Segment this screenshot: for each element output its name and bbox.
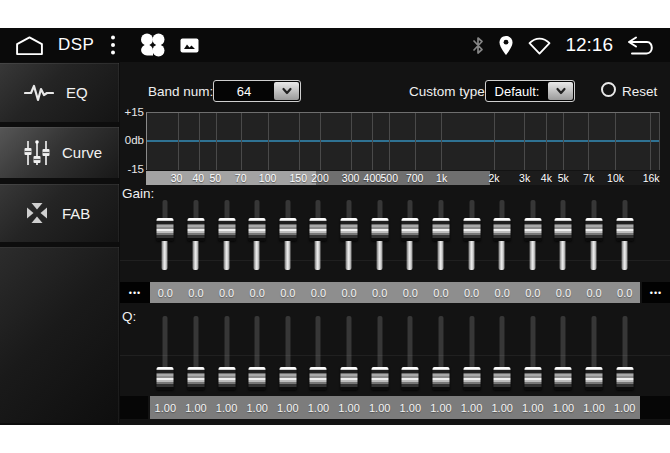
grid-line [546,113,547,170]
gain-value: 0.0 [456,287,487,299]
back-return-icon[interactable] [626,35,656,56]
q-slider-handle[interactable] [463,367,480,390]
q-slider[interactable] [524,316,541,390]
gain-slider-handle[interactable] [432,218,449,241]
gain-slider-handle[interactable] [187,218,204,241]
q-slider[interactable] [249,316,266,390]
q-slider-handle[interactable] [310,367,327,390]
q-slider[interactable] [616,316,633,390]
q-slider[interactable] [494,316,511,390]
q-slider-track [592,316,597,367]
q-slider-slot [548,316,579,390]
gain-slider-track [315,241,321,270]
gain-slider-handle[interactable] [249,218,266,241]
gain-section-label: Gain: [122,186,154,201]
freq-tick-label: 2k [488,172,499,184]
location-pin-icon [498,35,514,56]
gain-slider-handle[interactable] [616,218,633,241]
q-slider[interactable] [218,316,235,390]
q-slider[interactable] [586,316,603,390]
freq-tick-label: 3k [519,172,530,184]
freq-tick-label: 5k [558,172,569,184]
q-slider[interactable] [463,316,480,390]
grid-line [415,113,416,170]
q-slider-handle[interactable] [157,367,174,390]
q-value: 1.00 [395,402,426,414]
gain-slider-handle[interactable] [371,218,388,241]
freq-tick-label: 1k [436,172,447,184]
grid-line [588,113,589,170]
sidebar-item-eq[interactable]: EQ [0,63,119,122]
gain-slider-handle[interactable] [586,218,603,241]
gallery-icon[interactable] [180,38,199,53]
q-slider[interactable] [341,316,358,390]
y-axis-label: -15 [110,163,144,175]
q-row-left-cap [120,396,148,419]
q-slider[interactable] [432,316,449,390]
q-slider[interactable] [310,316,327,390]
q-slider-handle[interactable] [249,367,266,390]
gain-slider-handle[interactable] [157,218,174,241]
sidebar: EQ Curve [0,62,120,425]
q-value: 1.00 [609,402,640,414]
divider [120,260,670,261]
home-icon[interactable] [14,35,45,56]
grid-line [320,113,321,170]
q-slider-handle[interactable] [279,367,296,390]
freq-tick-label: 400 [364,172,382,184]
gain-slider-handle[interactable] [555,218,572,241]
gain-scroll-right-button[interactable]: ••• [642,282,670,303]
freq-tick-label: 7k [583,172,594,184]
custom-type-dropdown[interactable]: Default: [485,80,575,102]
freq-tick-label: 30 [171,172,183,184]
freq-tick-label: 40 [193,172,205,184]
y-axis-label: +15 [110,106,144,118]
q-slider-handle[interactable] [341,367,358,390]
sidebar-item-fab[interactable]: FAB [0,184,119,242]
gain-slider-handle[interactable] [463,218,480,241]
gain-slider-handle[interactable] [524,218,541,241]
gain-slider-track [437,241,443,270]
q-slider-handle[interactable] [616,367,633,390]
gain-slider-track [346,241,352,270]
gain-value: 0.0 [364,287,395,299]
sidebar-item-curve[interactable]: Curve [0,127,119,178]
q-slider[interactable] [187,316,204,390]
reset-radio-button[interactable] [601,82,616,97]
q-slider-handle[interactable] [494,367,511,390]
q-slider-handle[interactable] [555,367,572,390]
grid-line [524,113,525,170]
grid-line [372,113,373,170]
chevron-down-icon[interactable] [548,82,573,100]
gain-slider-handle[interactable] [341,218,358,241]
gain-slider-handle[interactable] [279,218,296,241]
faders-icon [24,139,50,167]
chevron-down-icon[interactable] [274,82,299,100]
band-num-dropdown[interactable]: 64 [213,80,301,102]
q-slider-handle[interactable] [218,367,235,390]
gain-slider-handle[interactable] [402,218,419,241]
gain-scroll-left-button[interactable]: ••• [120,282,150,303]
fab-arrows-icon [24,200,50,226]
overflow-menu-icon[interactable] [109,34,117,56]
q-slider-handle[interactable] [371,367,388,390]
q-value: 1.00 [303,402,334,414]
q-slider-handle[interactable] [586,367,603,390]
sidebar-item-label: Curve [62,144,102,161]
q-slider[interactable] [555,316,572,390]
q-slider-handle[interactable] [524,367,541,390]
gain-value: 0.0 [548,287,579,299]
q-slider[interactable] [157,316,174,390]
q-slider-handle[interactable] [187,367,204,390]
q-slider[interactable] [279,316,296,390]
gain-slider-handle[interactable] [310,218,327,241]
gain-slider-handle[interactable] [494,218,511,241]
q-slider[interactable] [402,316,419,390]
q-slider[interactable] [371,316,388,390]
q-slider-slot [426,316,457,390]
apps-clover-icon[interactable] [139,32,166,58]
q-slider-handle[interactable] [432,367,449,390]
q-slider-handle[interactable] [402,367,419,390]
q-slider-track [347,316,352,367]
gain-slider-handle[interactable] [218,218,235,241]
